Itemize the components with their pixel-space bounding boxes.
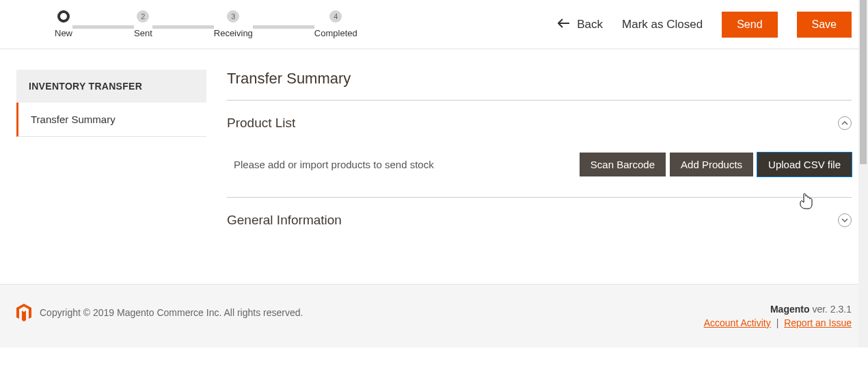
sidebar: INVENTORY TRANSFER Transfer Summary	[16, 70, 206, 243]
product-list-body: Please add or import products to send st…	[227, 146, 852, 198]
page-title: Transfer Summary	[227, 70, 852, 101]
version-text: Magento ver. 2.3.1	[704, 304, 852, 315]
brand-name: Magento	[770, 304, 810, 315]
arrow-left-icon	[558, 18, 570, 31]
separator: |	[776, 317, 779, 328]
step-label: Sent	[134, 28, 152, 38]
step-circle-receiving: 3	[227, 10, 239, 23]
report-issue-link[interactable]: Report an Issue	[784, 317, 852, 328]
footer-left: Copyright © 2019 Magento Commerce Inc. A…	[16, 304, 303, 321]
empty-product-text: Please add or import products to send st…	[227, 159, 434, 170]
back-label: Back	[577, 18, 603, 31]
step-new: New	[55, 10, 72, 38]
general-information-title: General Information	[227, 213, 342, 228]
step-circle-completed: 4	[329, 10, 342, 23]
step-connector	[152, 25, 214, 29]
upload-csv-button[interactable]: Upload CSV file	[757, 153, 852, 176]
chevron-up-icon[interactable]	[838, 116, 852, 130]
mark-as-closed-button[interactable]: Mark as Closed	[622, 18, 703, 31]
step-label: New	[55, 28, 72, 38]
footer: Copyright © 2019 Magento Commerce Inc. A…	[0, 284, 868, 347]
ver-prefix: ver.	[810, 304, 830, 315]
product-actions: Scan Barcode Add Products Upload CSV fil…	[580, 153, 852, 176]
header-actions: Back Mark as Closed Send Save	[558, 12, 852, 38]
step-completed: 4 Completed	[314, 10, 357, 38]
main-panel: Transfer Summary Product List Please add…	[227, 70, 852, 243]
account-activity-link[interactable]: Account Activity	[704, 317, 771, 328]
save-button[interactable]: Save	[797, 12, 852, 38]
footer-links: Account Activity | Report an Issue	[704, 317, 852, 328]
step-connector	[253, 25, 314, 29]
step-connector	[72, 25, 134, 29]
step-label: Completed	[314, 28, 357, 38]
copyright-text: Copyright © 2019 Magento Commerce Inc. A…	[40, 307, 303, 318]
magento-logo-icon	[16, 304, 31, 321]
footer-right: Magento ver. 2.3.1 Account Activity | Re…	[704, 304, 852, 328]
chevron-down-icon[interactable]	[838, 213, 852, 227]
send-button[interactable]: Send	[722, 12, 777, 38]
product-list-header[interactable]: Product List	[227, 101, 852, 146]
sidebar-item-label: Transfer Summary	[31, 114, 116, 125]
step-circle-sent: 2	[137, 10, 149, 23]
product-list-title: Product List	[227, 116, 295, 131]
step-receiving: 3 Receiving	[214, 10, 253, 38]
browser-scrollbar[interactable]: ▲	[858, 0, 868, 347]
progress-steps: New 2 Sent 3 Receiving 4 Completed	[55, 10, 357, 38]
general-information-header[interactable]: General Information	[227, 198, 852, 243]
step-circle-new	[57, 10, 70, 23]
version-number: 2.3.1	[830, 304, 852, 315]
add-products-button[interactable]: Add Products	[670, 153, 753, 176]
back-button[interactable]: Back	[558, 18, 603, 31]
scan-barcode-button[interactable]: Scan Barcode	[580, 153, 666, 176]
step-sent: 2 Sent	[134, 10, 152, 38]
scrollbar-thumb[interactable]	[860, 0, 867, 164]
sidebar-header: INVENTORY TRANSFER	[16, 70, 206, 103]
step-label: Receiving	[214, 28, 253, 38]
header-bar: New 2 Sent 3 Receiving 4 Completed	[0, 0, 868, 49]
content-area: INVENTORY TRANSFER Transfer Summary Tran…	[0, 49, 868, 284]
sidebar-item-transfer-summary[interactable]: Transfer Summary	[16, 103, 206, 137]
